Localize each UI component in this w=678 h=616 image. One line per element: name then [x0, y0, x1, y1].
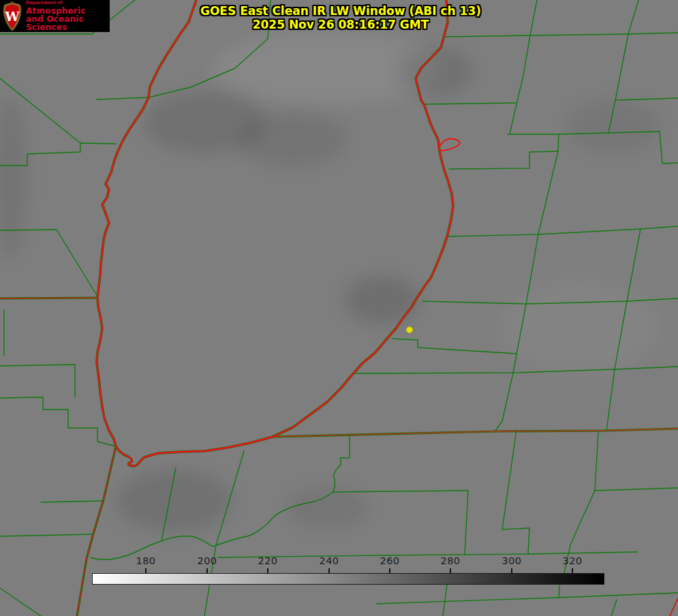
county-boundary-line: [80, 143, 116, 144]
logo-line1: Atmospheric: [26, 7, 110, 15]
county-boundary-line: [615, 98, 678, 100]
county-boundary-line: [0, 588, 41, 616]
image-title: GOES East Clean IR LW Window (ABI ch 13)…: [200, 4, 481, 31]
map-overlay: [0, 0, 678, 616]
county-boundary-line: [0, 397, 116, 446]
county-boundary-line: [0, 230, 97, 296]
logo-text: Department of Atmospheric and Oceanic Sc…: [26, 1, 110, 31]
county-boundaries: [0, 0, 678, 616]
station-marker: [407, 327, 413, 333]
county-boundary-line: [611, 600, 617, 616]
county-boundary-line: [97, 97, 149, 99]
county-boundary-line: [444, 33, 678, 37]
colorbar-label: 240: [319, 555, 339, 566]
county-boundary-line: [392, 339, 517, 354]
temperature-colorbar: [92, 573, 604, 585]
goes-satellite-image: W Department of Atmospheric and Oceanic …: [0, 0, 678, 616]
county-boundary-line: [423, 103, 515, 104]
lake-michigan-shoreline: [97, 0, 453, 466]
colorbar-tick: [389, 568, 390, 573]
county-boundary-line: [161, 467, 176, 541]
uw-crest-icon: W: [2, 1, 22, 31]
colorbar-tick: [572, 568, 573, 573]
colorbar-label: 260: [380, 555, 399, 566]
colorbar-label: 200: [197, 555, 217, 566]
county-boundary-line: [334, 491, 468, 492]
harbor-inlet-outline: [440, 138, 460, 151]
county-boundary-line: [508, 132, 660, 134]
colorbar-tick: [450, 568, 451, 573]
county-boundary-line: [538, 134, 559, 234]
logo-dept-label: Department of: [26, 1, 110, 5]
title-line2: 2025 Nov 26 08:16:17 GMT: [200, 18, 481, 31]
title-line1: GOES East Clean IR LW Window (ABI ch 13): [200, 4, 481, 18]
county-boundary-line: [502, 430, 529, 554]
colorbar-label: 180: [136, 555, 155, 566]
colorbar-tick: [267, 568, 268, 573]
state-boundaries: [0, 298, 678, 616]
colorbar-tick: [511, 568, 512, 573]
county-boundary-line: [377, 593, 678, 604]
county-boundary-line: [204, 451, 244, 616]
county-boundary-line: [0, 78, 80, 143]
colorbar-label: 280: [440, 555, 460, 566]
state-boundary-line: [0, 298, 97, 298]
county-boundary-line: [465, 491, 468, 554]
colorbar-tick: [145, 568, 147, 573]
county-boundary-line: [608, 0, 638, 133]
county-boundary-line: [91, 435, 350, 559]
colorbar-label: 220: [258, 555, 277, 566]
colorbar-tick: [206, 568, 208, 573]
county-boundary-line: [0, 534, 93, 536]
county-boundary-line: [0, 143, 80, 166]
logo-line2: and Oceanic Sciences: [26, 15, 110, 31]
county-boundary-line: [353, 367, 678, 373]
county-boundary-line: [510, 0, 537, 134]
county-boundary-line: [446, 226, 678, 236]
county-boundary-line: [422, 298, 678, 304]
county-boundary-line: [449, 151, 558, 169]
county-boundary-line: [495, 234, 538, 431]
state-boundary-line: [670, 598, 678, 616]
county-boundary-line: [595, 488, 678, 491]
county-boundary-line: [443, 585, 447, 616]
colorbar-label: 300: [502, 555, 521, 566]
colorbar-label: 320: [562, 555, 582, 566]
colorbar-tick: [328, 568, 330, 573]
uw-aos-logo: W Department of Atmospheric and Oceanic …: [0, 0, 110, 32]
shoreline-county-underlay: [97, 0, 453, 466]
county-boundary-line: [660, 132, 678, 164]
county-boundary-line: [0, 365, 75, 397]
county-boundary-line: [564, 432, 598, 573]
crest-letter: W: [4, 9, 20, 24]
county-boundary-line: [559, 585, 559, 598]
county-boundary-line: [41, 501, 103, 502]
county-boundary-line: [606, 229, 641, 431]
state-boundary-line: [77, 446, 116, 616]
